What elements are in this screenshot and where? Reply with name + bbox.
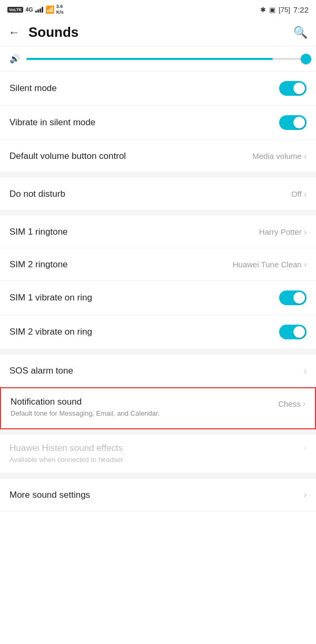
volume-button-value: Media volume: [252, 152, 301, 160]
huawei-histen-row[interactable]: Huawei Histen sound effects Available wh…: [0, 435, 316, 474]
notification-sound-sublabel: Default tone for Messaging, Email, and C…: [11, 409, 278, 418]
silent-mode-left: Silent mode: [9, 83, 279, 94]
volume-button-left: Default volume button control: [9, 151, 252, 162]
vibrate-icon: ▣: [269, 6, 275, 14]
do-not-disturb-label: Do not disturb: [9, 189, 65, 199]
sim2-ringtone-right: Huawei Tune Clean ›: [233, 260, 307, 269]
huawei-histen-left: Huawei Histen sound effects Available wh…: [9, 443, 304, 465]
vibrate-silent-label: Vibrate in silent mode: [9, 117, 95, 127]
huawei-histen-sublabel: Available when connected to headset: [9, 455, 304, 465]
more-sound-left: More sound settings: [9, 490, 304, 500]
status-right: ✱ ▣ [75] 7:22: [260, 5, 309, 14]
chevron-icon-histen: ›: [304, 443, 307, 452]
do-not-disturb-value: Off: [291, 189, 302, 198]
sim2-vibrate-toggle[interactable]: [279, 325, 307, 339]
signal-bar-1: [35, 11, 37, 13]
section-divider-2: [0, 210, 316, 216]
sos-alarm-left: SOS alarm tone: [9, 366, 304, 376]
toggle-knob-sim1: [293, 292, 305, 304]
do-not-disturb-right: Off ›: [291, 189, 307, 199]
toggle-knob: [293, 83, 305, 94]
section-divider-4: [0, 429, 316, 435]
page-title: Sounds: [28, 24, 78, 41]
battery-icon: [75]: [279, 6, 290, 14]
status-bar: VoLTE 4G 📶 3.6 K/s ✱ ▣ [75] 7:22: [0, 0, 316, 19]
sim1-vibrate-label: SIM 1 vibrate on ring: [9, 293, 92, 303]
sim1-vibrate-toggle[interactable]: [279, 290, 307, 305]
sos-alarm-row[interactable]: SOS alarm tone ›: [0, 355, 316, 387]
signal-bar-3: [39, 8, 41, 13]
section-divider-1: [0, 173, 316, 178]
sim1-ringtone-left: SIM 1 ringtone: [9, 227, 259, 237]
section-divider-5: [0, 474, 316, 479]
silent-mode-row[interactable]: Silent mode: [0, 72, 316, 106]
speed-text: 3.6 K/s: [56, 4, 64, 15]
huawei-histen-label: Huawei Histen sound effects: [9, 443, 304, 454]
notification-sound-row[interactable]: Notification sound Default tone for Mess…: [0, 387, 316, 429]
toggle-knob-sim2: [293, 326, 305, 338]
more-sound-row[interactable]: More sound settings ›: [0, 479, 316, 511]
sim1-ringtone-row[interactable]: SIM 1 ringtone Harry Potter ›: [0, 216, 316, 248]
back-button[interactable]: ←: [8, 26, 20, 39]
search-icon[interactable]: 🔍: [293, 26, 308, 39]
slider-fill: [26, 58, 273, 60]
do-not-disturb-row[interactable]: Do not disturb Off ›: [0, 178, 316, 210]
silent-mode-toggle[interactable]: [279, 81, 307, 96]
sim2-ringtone-label: SIM 2 ringtone: [9, 259, 68, 269]
sim2-ringtone-left: SIM 2 ringtone: [9, 259, 233, 270]
sim1-vibrate-left: SIM 1 vibrate on ring: [9, 293, 279, 303]
sim2-ringtone-row[interactable]: SIM 2 ringtone Huawei Tune Clean ›: [0, 248, 316, 281]
volume-button-right: Media volume ›: [252, 152, 307, 161]
header: ← Sounds 🔍: [0, 19, 316, 46]
sim2-vibrate-row[interactable]: SIM 2 vibrate on ring: [0, 315, 316, 349]
do-not-disturb-left: Do not disturb: [9, 189, 291, 199]
notification-sound-value: Chess: [278, 399, 301, 408]
sim1-ringtone-right: Harry Potter ›: [259, 227, 307, 237]
battery-percent: [75]: [279, 6, 290, 14]
slider-track[interactable]: [26, 58, 307, 60]
slider-thumb[interactable]: [301, 54, 311, 64]
vibrate-silent-toggle[interactable]: [279, 115, 307, 130]
sim1-ringtone-label: SIM 1 ringtone: [9, 227, 68, 237]
chevron-icon-sim2-ringtone: ›: [304, 260, 307, 269]
signal-bar-2: [37, 9, 39, 13]
vibrate-silent-row[interactable]: Vibrate in silent mode: [0, 106, 316, 140]
chevron-icon-notification: ›: [303, 399, 305, 408]
status-left: VoLTE 4G 📶 3.6 K/s: [7, 4, 64, 15]
sim1-vibrate-row[interactable]: SIM 1 vibrate on ring: [0, 281, 316, 315]
volume-button-row[interactable]: Default volume button control Media volu…: [0, 140, 316, 173]
sim2-vibrate-label: SIM 2 vibrate on ring: [9, 327, 92, 337]
network-type: 4G: [25, 6, 33, 13]
notification-sound-label: Notification sound: [11, 397, 278, 407]
notification-sound-left: Notification sound Default tone for Mess…: [11, 397, 278, 418]
chevron-icon-dnd: ›: [304, 189, 307, 199]
sim2-vibrate-left: SIM 2 vibrate on ring: [9, 327, 279, 337]
sos-alarm-right: ›: [304, 366, 307, 376]
signal-bars: [35, 6, 43, 13]
volume-button-label: Default volume button control: [9, 151, 126, 161]
toggle-knob-vibrate: [293, 117, 305, 128]
more-sound-right: ›: [304, 490, 307, 500]
chevron-icon: ›: [304, 152, 307, 161]
volume-slider-section: 🔊: [0, 46, 316, 72]
clock: 7:22: [293, 5, 309, 14]
chevron-icon-more: ›: [304, 490, 307, 500]
section-divider-3: [0, 349, 316, 355]
volume-low-icon: 🔊: [9, 54, 20, 64]
chevron-icon-sim1-ringtone: ›: [304, 227, 307, 237]
sim1-ringtone-value: Harry Potter: [259, 227, 302, 236]
slider-container[interactable]: 🔊: [9, 54, 307, 64]
more-sound-label: More sound settings: [9, 490, 90, 500]
bluetooth-icon: ✱: [260, 6, 266, 14]
notification-sound-right: Chess ›: [278, 397, 305, 408]
vibrate-silent-left: Vibrate in silent mode: [9, 117, 279, 128]
sos-alarm-label: SOS alarm tone: [9, 366, 73, 376]
silent-mode-label: Silent mode: [9, 83, 57, 93]
signal-bar-4: [42, 7, 43, 13]
sim2-ringtone-value: Huawei Tune Clean: [233, 260, 302, 269]
volte-badge: VoLTE: [7, 7, 23, 13]
wifi-icon: 📶: [45, 5, 54, 14]
header-left: ← Sounds: [8, 24, 78, 41]
chevron-icon-sos: ›: [304, 366, 307, 376]
huawei-histen-right: ›: [304, 443, 307, 452]
